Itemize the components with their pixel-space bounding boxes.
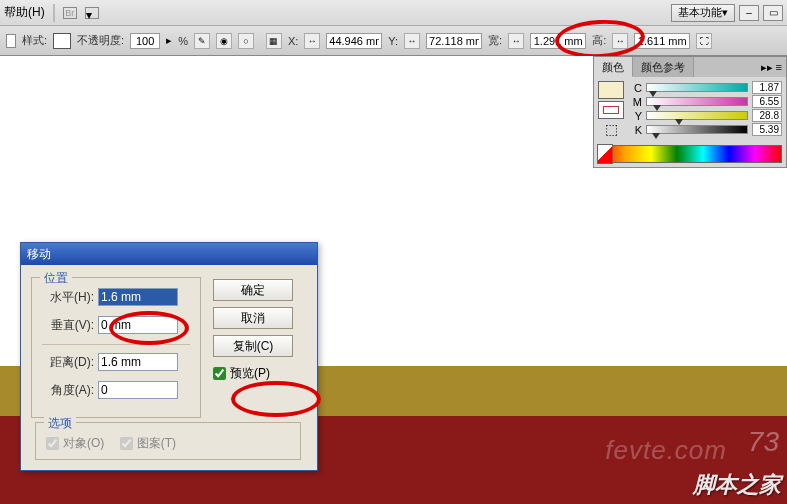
distance-label: 距离(D): [42, 354, 94, 371]
color-panel: 颜色 颜色参考 ▸▸ ≡ ⬚ C M Y [593, 56, 787, 168]
preview-checkbox[interactable]: 预览(P) [213, 365, 293, 382]
style-label: 样式: [22, 33, 47, 48]
x-label: X: [288, 35, 298, 47]
fill-swatch[interactable] [598, 81, 624, 99]
cancel-button[interactable]: 取消 [213, 307, 293, 329]
y-input[interactable] [426, 33, 482, 49]
options-legend: 选项 [44, 415, 76, 432]
tool-preset-icon[interactable] [6, 34, 16, 48]
ok-button[interactable]: 确定 [213, 279, 293, 301]
slider-k-track[interactable] [646, 125, 748, 134]
horizontal-input[interactable] [98, 288, 178, 306]
preview-check-input[interactable] [213, 367, 226, 380]
channel-m-value[interactable] [752, 95, 782, 108]
slider-c: C [632, 81, 782, 94]
channel-y-label: Y [632, 110, 642, 122]
tab-color[interactable]: 颜色 [594, 57, 633, 77]
copy-button[interactable]: 复制(C) [213, 335, 293, 357]
style-swatch[interactable] [53, 33, 71, 49]
color-spectrum[interactable] [598, 145, 782, 163]
slider-m: M [632, 95, 782, 108]
move-dialog: 移动 位置 水平(H): 垂直(V): 距离(D): 角度(A): 确定 [20, 242, 318, 471]
horizontal-label: 水平(H): [42, 289, 94, 306]
watermark-number: 73 [748, 426, 779, 458]
slider-c-track[interactable] [646, 83, 748, 92]
distance-input[interactable] [98, 353, 178, 371]
bridge-icon[interactable]: Br [63, 7, 77, 19]
separator [53, 4, 55, 22]
opacity-stepper[interactable]: ▸ [166, 34, 172, 47]
opacity-input[interactable] [130, 33, 160, 49]
channel-m-label: M [632, 96, 642, 108]
position-legend: 位置 [40, 270, 72, 287]
option-icon-1[interactable]: ◉ [216, 33, 232, 49]
grid-icon[interactable]: ▦ [266, 33, 282, 49]
option-pattern-checkbox[interactable]: 图案(T) [120, 435, 176, 452]
divider [42, 344, 190, 345]
link-w-icon[interactable]: ↔ [508, 33, 524, 49]
menu-help[interactable]: 帮助(H) [4, 4, 45, 21]
options-fieldset: 选项 对象(O) 图案(T) [35, 422, 301, 460]
brush-icon[interactable]: ✎ [194, 33, 210, 49]
menubar: 帮助(H) Br ▾ 基本功能 ▾ – ▭ [0, 0, 787, 26]
option-object-input [46, 437, 59, 450]
options-bar: 样式: 不透明度: ▸ % ✎ ◉ ○ ▦ X: ↔ Y: ↔ 宽: ↔ 高: … [0, 26, 787, 56]
option-object-checkbox[interactable]: 对象(O) [46, 435, 104, 452]
h-label: 高: [592, 33, 606, 48]
position-fieldset: 位置 水平(H): 垂直(V): 距离(D): 角度(A): [31, 277, 201, 418]
slider-m-track[interactable] [646, 97, 748, 106]
opacity-label: 不透明度: [77, 33, 124, 48]
angle-input[interactable] [98, 381, 178, 399]
channel-c-value[interactable] [752, 81, 782, 94]
panel-menu-icon[interactable]: ▸▸ ≡ [757, 57, 786, 77]
slider-y: Y [632, 109, 782, 122]
dialog-titlebar[interactable]: 移动 [21, 243, 317, 265]
tab-color-guide[interactable]: 颜色参考 [633, 57, 694, 77]
w-label: 宽: [488, 33, 502, 48]
link-y-icon[interactable]: ↔ [404, 33, 420, 49]
vertical-label: 垂直(V): [42, 317, 94, 334]
workspace-mode[interactable]: 基本功能 ▾ [671, 4, 735, 22]
h-input[interactable] [634, 33, 690, 49]
watermark-main: 脚本之家 [693, 470, 781, 500]
option-icon-2[interactable]: ○ [238, 33, 254, 49]
x-input[interactable] [326, 33, 382, 49]
w-input[interactable] [530, 33, 586, 49]
cube-icon[interactable]: ⬚ [598, 121, 624, 139]
channel-k-value[interactable] [752, 123, 782, 136]
slider-k: K [632, 123, 782, 136]
slider-y-track[interactable] [646, 111, 748, 120]
option-pattern-label: 图案(T) [137, 435, 176, 452]
layout-icon[interactable]: ▾ [85, 7, 99, 19]
preview-label: 预览(P) [230, 365, 270, 382]
link-h-icon[interactable]: ↔ [612, 33, 628, 49]
channel-k-label: K [632, 124, 642, 136]
vertical-input[interactable] [98, 316, 178, 334]
restore-icon[interactable]: ▭ [763, 5, 783, 21]
option-pattern-input [120, 437, 133, 450]
stroke-swatch[interactable] [598, 101, 624, 119]
percent-label: % [178, 35, 188, 47]
link-x-icon[interactable]: ↔ [304, 33, 320, 49]
minimize-icon[interactable]: – [739, 5, 759, 21]
y-label: Y: [388, 35, 398, 47]
angle-label: 角度(A): [42, 382, 94, 399]
watermark-faint: fevte.com [605, 435, 727, 466]
channel-c-label: C [632, 82, 642, 94]
option-object-label: 对象(O) [63, 435, 104, 452]
channel-y-value[interactable] [752, 109, 782, 122]
constrain-icon[interactable]: ⛶ [696, 33, 712, 49]
